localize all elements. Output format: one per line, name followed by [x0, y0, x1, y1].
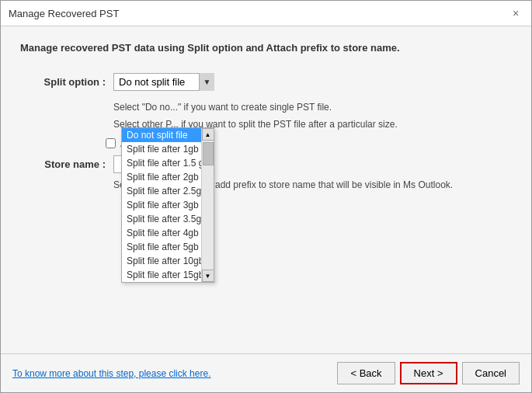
dropdown-item-3[interactable]: Split file after 2gb [122, 170, 201, 184]
split-desc-do-not: Select "Do no..." if you want to create … [113, 100, 512, 114]
dropdown-item-7[interactable]: Split file after 4gb [122, 226, 201, 240]
footer-link[interactable]: To know more about this step, please cli… [12, 368, 210, 379]
attach-prefix-checkbox[interactable] [106, 138, 116, 148]
manage-recovered-pst-dialog: Manage Recovered PST × Manage recovered … [0, 0, 532, 393]
split-select-container[interactable]: ▼ [113, 73, 214, 91]
store-name-row: Store name : [20, 155, 512, 173]
footer: To know more about this step, please cli… [1, 353, 531, 392]
dropdown-item-5[interactable]: Split file after 3gb [122, 198, 201, 212]
close-button[interactable]: × [508, 5, 523, 21]
dropdown-item-6[interactable]: Split file after 3.5gb [122, 212, 201, 226]
dropdown-list[interactable]: Do not split file Split file after 1gb S… [122, 128, 201, 282]
cancel-button[interactable]: Cancel [462, 362, 520, 384]
dropdown-scrollbar: ▲ ▼ [201, 128, 214, 282]
back-button[interactable]: < Back [337, 362, 395, 384]
dropdown-item-9[interactable]: Split file after 10gb [122, 254, 201, 268]
split-option-row: Split option : ▼ [20, 73, 512, 91]
dropdown-item-4[interactable]: Split file after 2.5gb [122, 184, 201, 198]
dropdown-item-8[interactable]: Split file after 5gb [122, 240, 201, 254]
scroll-down-arrow[interactable]: ▼ [202, 270, 214, 282]
dropdown-item-1[interactable]: Split file after 1gb [122, 142, 201, 156]
dropdown-item-10[interactable]: Split file after 15gb [122, 268, 201, 282]
store-name-label: Store name : [20, 158, 106, 170]
header-description: Manage recovered PST data using Split op… [20, 42, 512, 54]
split-option-label: Split option : [20, 76, 106, 88]
dialog-content: Manage recovered PST data using Split op… [1, 26, 531, 353]
split-dropdown-overlay: Do not split file Split file after 1gb S… [121, 127, 214, 283]
footer-buttons: < Back Next > Cancel [337, 362, 520, 384]
dropdown-item-0[interactable]: Do not split file [122, 128, 201, 142]
next-button[interactable]: Next > [400, 362, 457, 384]
dropdown-item-2[interactable]: Split file after 1.5 gb [122, 156, 201, 170]
title-bar: Manage Recovered PST × [1, 1, 531, 26]
dialog-title: Manage Recovered PST [9, 8, 119, 19]
attach-prefix-row: Attach prefix t... [20, 137, 512, 149]
scroll-thumb[interactable] [203, 142, 214, 165]
scroll-track [202, 141, 214, 270]
split-option-input[interactable] [113, 73, 214, 91]
scroll-up-arrow[interactable]: ▲ [202, 128, 214, 141]
